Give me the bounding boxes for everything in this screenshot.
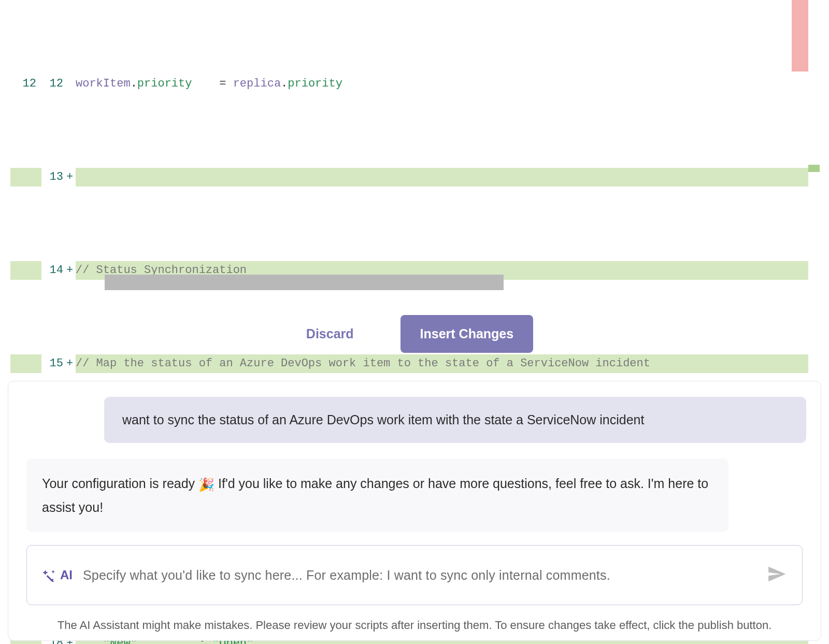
ai-badge: AI [42,568,73,582]
code-line-added: 13 + [10,168,808,187]
discard-button[interactable]: Discard [296,315,364,353]
code-line-added: 15 + // Map the status of an Azure DevOp… [10,354,808,373]
code-diff-region: 12 12 workItem.priority = replica.priori… [10,0,808,286]
user-message: want to sync the status of an Azure DevO… [104,397,806,443]
code-content: workItem.priority = replica.priority [76,75,808,93]
ai-input-placeholder[interactable]: Specify what you'd like to sync here... … [83,568,756,583]
minimap-change-marker [808,165,820,172]
ai-badge-label: AI [60,568,73,582]
new-line-number: 13 [41,168,66,187]
ai-message: Your configuration is ready 🎉 If'd you l… [26,459,728,532]
ai-input-row[interactable]: AI Specify what you'd like to sync here.… [26,545,803,605]
party-popper-icon: 🎉 [198,473,215,496]
minimap-error-marker [792,0,808,71]
wand-icon [42,568,56,582]
code-line: 12 12 workItem.priority = replica.priori… [10,75,808,93]
ai-chat-panel: want to sync the status of an Azure DevO… [8,381,821,641]
selection-highlight [105,275,504,290]
diff-marker: + [66,168,76,187]
insert-changes-button[interactable]: Insert Changes [401,315,534,353]
ai-message-text-1: Your configuration is ready [42,476,195,491]
new-line-number: 12 [41,75,66,93]
send-icon[interactable] [767,564,787,586]
old-line-number: 12 [10,75,41,93]
ai-disclaimer: The AI Assistant might make mistakes. Pl… [26,616,803,635]
action-button-row: Discard Insert Changes [0,315,829,353]
diff-marker [66,75,76,93]
